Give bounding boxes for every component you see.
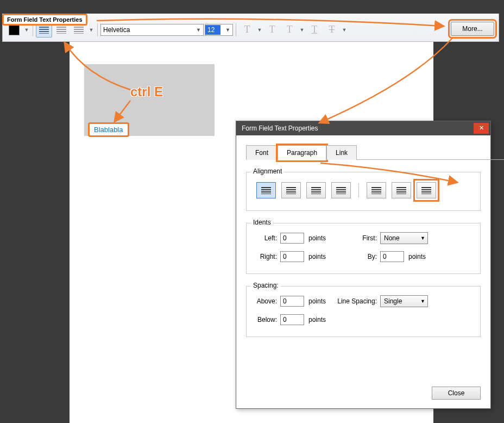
dropdown-icon[interactable]: ▼ <box>341 27 348 33</box>
superscript-button[interactable]: T <box>264 22 280 38</box>
toolbar-title-badge: Form Field Text Properties <box>2 14 87 26</box>
below-label: Below: <box>253 316 280 324</box>
indents-label: Idents <box>251 219 273 226</box>
tab-paragraph[interactable]: Paragraph <box>278 145 326 160</box>
subscript-button[interactable]: T <box>281 22 298 38</box>
halign-left-button[interactable] <box>256 182 276 198</box>
valign-middle-button[interactable] <box>392 182 411 198</box>
by-label: By: <box>331 253 380 260</box>
above-label: Above: <box>253 297 280 305</box>
font-name: Helvetica <box>103 26 130 34</box>
dialog-titlebar: Form Field Text Properties ✕ <box>236 121 490 135</box>
by-input[interactable]: 0 <box>380 251 404 262</box>
text-properties-dialog: Form Field Text Properties ✕ Font Paragr… <box>236 121 491 409</box>
tab-font[interactable]: Font <box>246 145 278 160</box>
alignment-panel: Alignment <box>246 172 481 211</box>
font-size-value: 12 <box>205 25 220 35</box>
space-below-input[interactable]: 0 <box>280 314 304 325</box>
valign-bottom-button[interactable] <box>417 182 436 198</box>
strike-button[interactable]: T <box>324 22 340 38</box>
halign-center-button[interactable] <box>281 182 301 198</box>
left-indent-input[interactable]: 0 <box>280 233 304 244</box>
dropdown-icon[interactable]: ▼ <box>23 27 30 33</box>
right-label: Right: <box>253 253 280 260</box>
indents-panel: Idents Left: 0 points First: None▼ Right… <box>246 223 481 274</box>
spacing-label: Spacing: <box>251 282 281 289</box>
first-label: First: <box>331 234 380 242</box>
unit-label: points <box>304 316 331 324</box>
unit-label: points <box>304 253 331 260</box>
unit-label: points <box>304 297 331 305</box>
halign-right-button[interactable] <box>306 182 326 198</box>
font-select[interactable]: Helvetica ▼ <box>100 24 204 36</box>
unit-label: points <box>404 253 431 260</box>
alignment-label: Alignment <box>251 167 284 175</box>
space-above-input[interactable]: 0 <box>280 296 304 307</box>
char-spacing-button[interactable]: T <box>239 22 255 38</box>
dropdown-icon[interactable]: ▼ <box>88 27 94 33</box>
valign-top-button[interactable] <box>367 182 386 198</box>
dialog-close-button[interactable]: Close <box>432 387 481 400</box>
underline-button[interactable]: T <box>306 22 323 38</box>
halign-justify-button[interactable] <box>331 182 351 198</box>
dropdown-icon[interactable]: ▼ <box>256 27 263 33</box>
linespacing-label: Line Spacing: <box>331 297 380 305</box>
first-indent-combo[interactable]: None▼ <box>380 232 428 244</box>
spacing-panel: Spacing: Above: 0 points Line Spacing: S… <box>246 286 481 337</box>
font-size-select[interactable]: 12 ▼ <box>205 24 233 36</box>
close-icon[interactable]: ✕ <box>474 123 489 134</box>
more-button[interactable]: More... <box>451 22 494 36</box>
shortcut-label: ctrl E <box>130 84 163 99</box>
right-indent-input[interactable]: 0 <box>280 251 304 262</box>
dropdown-icon[interactable]: ▼ <box>299 27 305 33</box>
tab-link[interactable]: Link <box>326 145 357 160</box>
unit-label: points <box>304 234 331 242</box>
sample-text-field[interactable]: Blablabla <box>88 122 129 137</box>
dialog-title: Form Field Text Properties <box>242 125 318 132</box>
line-spacing-combo[interactable]: Single▼ <box>380 295 428 307</box>
left-label: Left: <box>253 234 280 242</box>
